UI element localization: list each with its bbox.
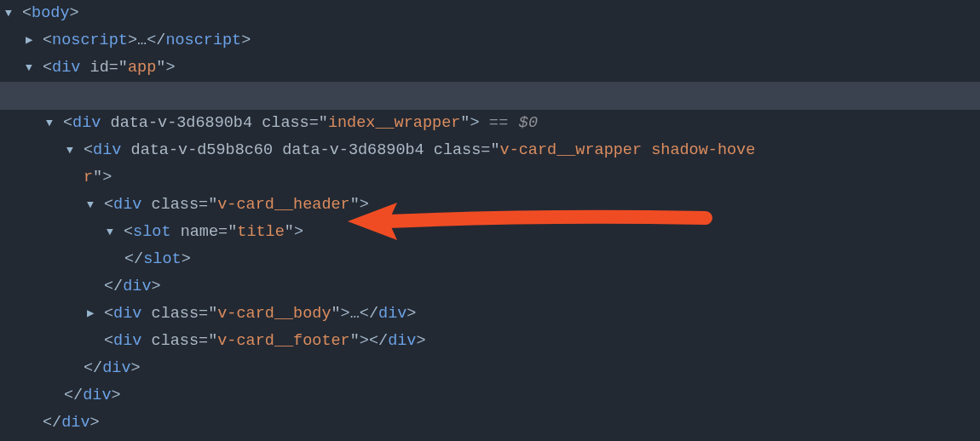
disclosure-triangle-icon[interactable]: ▼ xyxy=(66,141,78,160)
tree-row-vcard-body[interactable]: ▶<div class="v-card__body">…</div> xyxy=(0,301,980,328)
tree-row-slot[interactable]: ▼<slot name="title"> xyxy=(0,219,980,246)
tree-row-noscript[interactable]: ▶<noscript>…</noscript> xyxy=(0,27,980,54)
tree-row-close-div[interactable]: </div> xyxy=(0,382,980,410)
disclosure-triangle-icon[interactable]: ▼ xyxy=(5,4,17,23)
tree-row-body[interactable]: ▼<body> xyxy=(0,0,980,27)
disclosure-triangle-icon[interactable]: ▶ xyxy=(26,30,37,50)
tree-row-vcard-wrapper-cont[interactable]: r"> xyxy=(0,164,980,192)
disclosure-triangle-icon[interactable]: ▼ xyxy=(87,196,99,215)
tree-row-vcard-footer[interactable]: <div class="v-card__footer"></div> xyxy=(0,328,980,355)
disclosure-triangle-icon[interactable]: ▼ xyxy=(46,114,58,133)
tree-row-selected[interactable]: ▼<div data-v-3d6890b4 class="index__wrap… xyxy=(0,82,980,137)
tree-row-vcard-header[interactable]: ▼<div class="v-card__header"> xyxy=(0,192,980,219)
disclosure-triangle-icon[interactable]: ▶ xyxy=(87,303,99,324)
dom-tree: ▼<body> ▶<noscript>…</noscript> ▼<div id… xyxy=(0,0,980,437)
disclosure-triangle-icon[interactable]: ▼ xyxy=(107,223,118,242)
disclosure-triangle-icon[interactable]: ▼ xyxy=(26,59,37,77)
tree-row-vcard-wrapper[interactable]: ▼<div data-v-d59b8c60 data-v-3d6890b4 cl… xyxy=(0,137,980,164)
tree-row-header-close[interactable]: </div> xyxy=(0,273,980,301)
tree-row-slot-close[interactable]: </slot> xyxy=(0,246,980,273)
tree-row-close-div[interactable]: </div> xyxy=(0,410,980,437)
tree-row-close-div[interactable]: </div> xyxy=(0,355,980,382)
selected-marker: == $0 xyxy=(489,114,539,132)
tree-row-div-app[interactable]: ▼<div id="app"> xyxy=(0,54,980,82)
